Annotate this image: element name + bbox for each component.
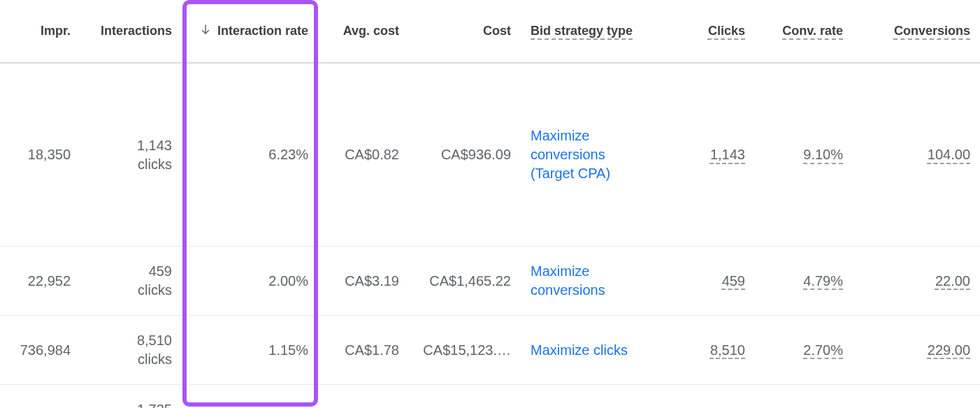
cell-interaction-rate: 6.23%	[182, 63, 318, 247]
col-conversions[interactable]: Conversions	[853, 0, 980, 63]
cell-clicks: 459	[661, 247, 755, 316]
cell-avg-cost: CA$1.25	[318, 385, 409, 409]
cell-conversions: 22.00	[853, 247, 980, 316]
arrow-down-icon	[199, 23, 212, 40]
bid-strategy-link[interactable]: Maximize conversions (Target CPA)	[531, 128, 610, 181]
cell-conversions: 18.00	[853, 385, 980, 409]
col-label: Conv. rate	[782, 24, 843, 38]
clicks-value: 8,510	[710, 342, 745, 358]
cell-interactions: 8,510clicks	[80, 316, 182, 385]
rate-value: 1.15%	[268, 342, 308, 358]
interactions-count: 8,510	[137, 333, 172, 348]
col-label: Clicks	[708, 24, 745, 38]
cell-cost: CA$1,465.22	[409, 247, 521, 316]
cost-value: CA$936.09	[441, 147, 511, 162]
cost-value: CA$1,465.22	[429, 273, 511, 289]
col-label: Interactions	[101, 24, 172, 38]
table-row[interactable]: 667,0431,735clicks0.26%CA$1.25CA$2,166.1…	[0, 385, 980, 409]
col-label: Interaction rate	[217, 24, 308, 38]
cell-avg-cost: CA$1.78	[318, 316, 409, 385]
cell-impr: 18,350	[0, 63, 80, 247]
cost-value: CA$15,123.…	[423, 342, 511, 358]
cell-impr: 22,952	[0, 247, 80, 316]
col-label: Cost	[483, 24, 511, 38]
table-row[interactable]: 22,952459clicks2.00%CA$3.19CA$1,465.22Ma…	[0, 247, 980, 316]
col-interaction-rate[interactable]: Interaction rate	[182, 0, 318, 63]
cell-interaction-rate: 0.26%	[182, 385, 318, 409]
col-clicks[interactable]: Clicks	[661, 0, 755, 63]
conversions-value: 104.00	[928, 147, 970, 162]
cell-conv-rate: 4.79%	[755, 247, 853, 316]
cell-bid-strategy: CPC (enhanced)	[521, 385, 661, 409]
cell-conv-rate: 2.70%	[755, 316, 853, 385]
col-impr[interactable]: Impr.	[0, 0, 80, 63]
cell-clicks: 8,510	[661, 316, 755, 385]
cell-cost: CA$2,166.11	[409, 385, 521, 409]
table-row[interactable]: 18,3501,143clicks6.23%CA$0.82CA$936.09Ma…	[0, 63, 980, 247]
conv-rate-value: 9.10%	[803, 147, 843, 162]
col-label: Avg. cost	[343, 24, 399, 38]
cell-cost: CA$936.09	[409, 63, 521, 247]
col-conv-rate[interactable]: Conv. rate	[755, 0, 853, 63]
cell-interaction-rate: 1.15%	[182, 316, 318, 385]
col-interactions[interactable]: Interactions	[80, 0, 182, 63]
col-bid-strategy[interactable]: Bid strategy type	[521, 0, 661, 63]
interactions-unit: clicks	[138, 351, 172, 367]
conversions-value: 22.00	[935, 273, 970, 289]
cell-clicks: 1,143	[661, 63, 755, 247]
cell-interactions: 1,143clicks	[80, 63, 182, 247]
cell-conv-rate: 1.04%	[755, 385, 853, 409]
col-label: Bid strategy type	[531, 24, 633, 38]
col-cost[interactable]: Cost	[409, 0, 521, 63]
cell-avg-cost: CA$0.82	[318, 63, 409, 247]
cell-conversions: 229.00	[853, 316, 980, 385]
bid-strategy-link[interactable]: Maximize conversions	[531, 263, 605, 298]
cell-conv-rate: 9.10%	[755, 63, 853, 247]
clicks-value: 459	[722, 273, 745, 289]
cell-clicks: 1,735	[661, 385, 755, 409]
conv-rate-value: 4.79%	[803, 273, 843, 289]
cell-interaction-rate: 2.00%	[182, 247, 318, 316]
cell-interactions: 1,735clicks	[80, 385, 182, 409]
clicks-value: 1,143	[710, 147, 745, 162]
impr-value: 18,350	[28, 147, 71, 162]
cell-interactions: 459clicks	[80, 247, 182, 316]
col-avg-cost[interactable]: Avg. cost	[318, 0, 409, 63]
rate-value: 2.00%	[268, 273, 308, 289]
avg-cost-value: CA$0.82	[345, 147, 399, 162]
table-header-row: Impr. Interactions Interaction rate Avg.…	[0, 0, 980, 63]
col-label: Impr.	[41, 24, 71, 38]
impr-value: 736,984	[20, 342, 71, 358]
table-body: 18,3501,143clicks6.23%CA$0.82CA$936.09Ma…	[0, 63, 980, 408]
cell-cost: CA$15,123.…	[409, 316, 521, 385]
conv-rate-value: 2.70%	[803, 342, 843, 358]
impr-value: 22,952	[28, 273, 71, 289]
interactions-count: 459	[149, 263, 172, 279]
bid-strategy-link[interactable]: Maximize clicks	[531, 342, 628, 358]
cell-conversions: 104.00	[853, 63, 980, 247]
cell-bid-strategy: Maximize conversions	[521, 247, 661, 316]
interactions-count: 1,735	[137, 402, 172, 408]
avg-cost-value: CA$1.78	[345, 342, 399, 358]
campaigns-table: Impr. Interactions Interaction rate Avg.…	[0, 0, 980, 408]
cell-bid-strategy: Maximize clicks	[521, 316, 661, 385]
table-row[interactable]: 736,9848,510clicks1.15%CA$1.78CA$15,123.…	[0, 316, 980, 385]
cell-bid-strategy: Maximize conversions (Target CPA)	[521, 63, 661, 247]
conversions-value: 229.00	[928, 342, 970, 358]
rate-value: 6.23%	[268, 147, 308, 162]
interactions-count: 1,143	[137, 138, 172, 153]
cell-impr: 667,043	[0, 385, 80, 409]
col-label: Conversions	[894, 24, 970, 38]
interactions-unit: clicks	[138, 156, 172, 172]
cell-impr: 736,984	[0, 316, 80, 385]
interactions-unit: clicks	[138, 282, 172, 298]
avg-cost-value: CA$3.19	[345, 273, 399, 289]
cell-avg-cost: CA$3.19	[318, 247, 409, 316]
